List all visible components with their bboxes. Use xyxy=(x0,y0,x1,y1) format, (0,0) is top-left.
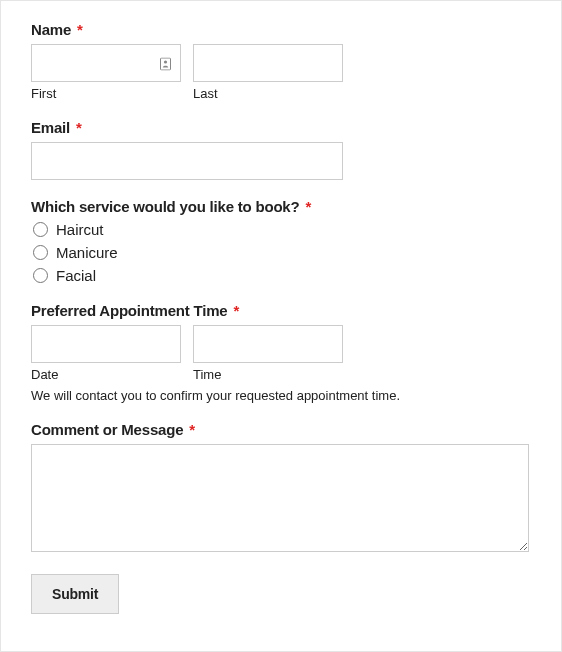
service-radio-item[interactable]: Facial xyxy=(31,267,531,284)
service-radio-haircut[interactable] xyxy=(33,222,48,237)
datetime-row: Date Time xyxy=(31,325,531,382)
name-first-col: First xyxy=(31,44,181,101)
date-col: Date xyxy=(31,325,181,382)
first-name-sublabel: First xyxy=(31,86,181,101)
submit-row: Submit xyxy=(31,574,531,614)
last-name-input[interactable] xyxy=(193,44,343,82)
required-asterisk: * xyxy=(77,21,83,38)
appointment-label-text: Preferred Appointment Time xyxy=(31,302,228,319)
appointment-field-group: Preferred Appointment Time * Date Time W… xyxy=(31,302,531,403)
email-label-text: Email xyxy=(31,119,70,136)
required-asterisk: * xyxy=(233,302,239,319)
service-radio-group: Haircut Manicure Facial xyxy=(31,221,531,284)
email-label: Email * xyxy=(31,119,531,136)
last-name-sublabel: Last xyxy=(193,86,343,101)
email-field-group: Email * xyxy=(31,119,531,180)
name-row: First Last xyxy=(31,44,531,101)
name-label-text: Name xyxy=(31,21,71,38)
time-col: Time xyxy=(193,325,343,382)
service-field-group: Which service would you like to book? * … xyxy=(31,198,531,284)
service-radio-item[interactable]: Manicure xyxy=(31,244,531,261)
required-asterisk: * xyxy=(76,119,82,136)
first-name-input[interactable] xyxy=(31,44,181,82)
time-input[interactable] xyxy=(193,325,343,363)
service-label: Which service would you like to book? * xyxy=(31,198,531,215)
service-radio-item[interactable]: Haircut xyxy=(31,221,531,238)
service-radio-label: Manicure xyxy=(56,244,118,261)
appointment-helper-text: We will contact you to confirm your requ… xyxy=(31,388,531,403)
form-container: Name * First Las xyxy=(0,0,562,652)
name-label: Name * xyxy=(31,21,531,38)
email-input[interactable] xyxy=(31,142,343,180)
service-label-text: Which service would you like to book? xyxy=(31,198,299,215)
comment-label: Comment or Message * xyxy=(31,421,531,438)
name-field-group: Name * First Las xyxy=(31,21,531,101)
service-radio-manicure[interactable] xyxy=(33,245,48,260)
submit-button[interactable]: Submit xyxy=(31,574,119,614)
service-radio-label: Haircut xyxy=(56,221,104,238)
date-input[interactable] xyxy=(31,325,181,363)
appointment-label: Preferred Appointment Time * xyxy=(31,302,531,319)
date-sublabel: Date xyxy=(31,367,181,382)
first-name-wrap xyxy=(31,44,181,82)
comment-field-group: Comment or Message * xyxy=(31,421,531,556)
service-radio-facial[interactable] xyxy=(33,268,48,283)
service-radio-label: Facial xyxy=(56,267,96,284)
required-asterisk: * xyxy=(189,421,195,438)
comment-textarea[interactable] xyxy=(31,444,529,552)
time-sublabel: Time xyxy=(193,367,343,382)
comment-label-text: Comment or Message xyxy=(31,421,183,438)
required-asterisk: * xyxy=(305,198,311,215)
name-last-col: Last xyxy=(193,44,343,101)
